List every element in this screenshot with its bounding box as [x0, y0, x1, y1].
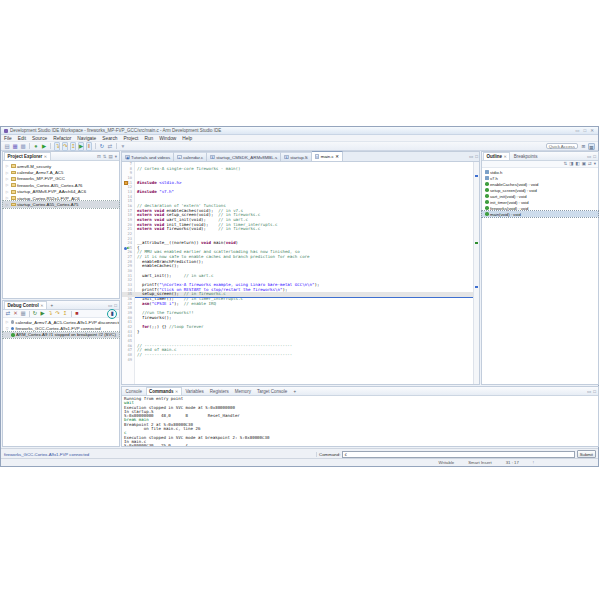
console-tab-2[interactable]: Variables — [183, 387, 206, 395]
sort-icon[interactable]: ⇅ — [563, 161, 567, 167]
save-icon[interactable]: ▦ — [12, 143, 18, 150]
save-all-icon[interactable]: ▩ — [20, 143, 26, 150]
hide-fields-icon[interactable]: ◨ — [569, 161, 573, 167]
debug-connection-row[interactable]: ARM_Cortex-A9 #1 stopped on breakpoint #… — [3, 332, 119, 338]
commands-console-output[interactable]: Running from entry pointwaitExecution st… — [122, 396, 598, 446]
console-tab-5[interactable]: Target Console — [255, 387, 290, 395]
run-icon[interactable]: ▶ — [41, 143, 47, 150]
twisty-icon[interactable]: ▷ — [5, 177, 9, 181]
editor-tab-main-c[interactable]: cmain.c✕ — [312, 151, 343, 161]
title-bar[interactable]: Development Studio IDE Workspace - firew… — [1, 127, 598, 135]
hide-non-public-icon[interactable]: ▣ — [582, 161, 586, 167]
outline-item[interactable]: main(void) : void — [482, 211, 598, 217]
close-tab-icon[interactable]: ✕ — [44, 154, 47, 159]
maximize-window-icon[interactable]: □ — [583, 128, 588, 133]
close-tab-icon[interactable]: ✕ — [504, 154, 507, 159]
outline-tab-0[interactable]: Outline✕ — [483, 152, 510, 160]
menu-window[interactable]: Window — [159, 136, 176, 141]
editor-tab-startup-cmsdk-armv8mbl-s[interactable]: Sstartup_CMSDK_ARMv8MBL.s — [207, 152, 281, 161]
step-into-icon[interactable]: ↴ — [47, 310, 53, 317]
close-window-icon[interactable]: ✕ — [589, 128, 595, 133]
maximize-pane-icon[interactable]: □ — [593, 154, 596, 159]
debug-icon[interactable]: ● — [33, 143, 39, 150]
minimize-pane-icon[interactable]: ▭ — [587, 154, 591, 159]
stop-icon[interactable]: ■ — [74, 310, 80, 317]
minimize-window-icon[interactable]: ▭ — [574, 128, 580, 133]
code-line[interactable]: 49 — [122, 358, 473, 363]
step-return-icon[interactable]: ↥ — [70, 142, 76, 151]
menu-project[interactable]: Project — [124, 136, 139, 141]
debug-control-tab-0[interactable]: Debug Control✕ — [4, 301, 47, 309]
minimize-editor-icon[interactable]: ▭ — [469, 154, 473, 159]
restart-icon[interactable]: ↻ — [32, 310, 38, 317]
console-tab-0[interactable]: Console — [123, 387, 145, 395]
editor-tab-tutorials-and-videos[interactable]: ▣Tutorials and videos — [122, 152, 174, 161]
minimize-pane-icon[interactable]: ▭ — [587, 389, 591, 394]
project-explorer-tab-0[interactable]: Project Explorer✕ — [4, 152, 51, 160]
link-with-editor-icon[interactable]: ⇄ — [588, 161, 592, 167]
resume-icon[interactable]: ▶ — [40, 310, 46, 317]
maximize-pane-icon[interactable]: □ — [593, 389, 596, 394]
view-menu-icon[interactable]: ▾ — [115, 154, 117, 159]
project-explorer-item[interactable]: ▷startup_Cortex-A55_Cortex-A75 — [3, 201, 119, 207]
view-layout-icon[interactable]: ▤ — [108, 154, 112, 159]
maximize-editor-icon[interactable]: □ — [475, 154, 478, 159]
bookmark-marker-icon[interactable] — [124, 181, 128, 185]
error-log-icon[interactable]: ! — [533, 460, 534, 465]
minimize-pane-icon[interactable]: ▭ — [108, 303, 112, 308]
link-with-editor-icon[interactable]: ⇅ — [103, 154, 107, 159]
maximize-pane-icon[interactable]: □ — [114, 303, 117, 308]
console-tab-4[interactable]: Memory — [232, 387, 253, 395]
debug-control-tab-1[interactable]: + — [48, 301, 56, 309]
menu-refactor[interactable]: Refactor — [53, 136, 71, 141]
step-over-icon[interactable]: ↷ — [62, 142, 68, 151]
view-menu-icon[interactable]: ▾ — [594, 161, 596, 167]
twisty-icon[interactable]: ▽ — [5, 327, 9, 331]
menu-help[interactable]: Help — [182, 136, 192, 141]
collapse-all-icon[interactable]: ⊟ — [97, 154, 101, 159]
close-tab-icon[interactable]: ✕ — [175, 389, 178, 394]
show-cores-icon[interactable]: ▦ — [20, 310, 26, 317]
twisty-icon[interactable]: ▷ — [5, 183, 9, 187]
command-input[interactable] — [342, 451, 574, 458]
menu-navigate[interactable]: Navigate — [77, 136, 96, 141]
step-over-icon[interactable]: ↷ — [55, 310, 61, 317]
twisty-icon[interactable]: ▷ — [5, 196, 9, 200]
open-perspective-icon[interactable]: ⊞ — [580, 143, 587, 150]
dropdown-icon[interactable]: ▾ — [120, 143, 126, 150]
interrupt-icon[interactable]: ▮ — [109, 310, 115, 317]
twisty-icon[interactable]: ▷ — [5, 171, 9, 175]
overview-mark[interactable] — [475, 286, 478, 288]
editor-tab-calendar-c[interactable]: ccalendar.c — [174, 152, 207, 161]
menu-run[interactable]: Run — [144, 136, 153, 141]
twisty-icon[interactable]: ▷ — [5, 164, 9, 168]
menu-file[interactable]: File — [4, 136, 12, 141]
connect-target-icon[interactable]: ⇄ — [107, 143, 113, 150]
console-tab-1[interactable]: Commands✕ — [146, 387, 182, 395]
resume-icon[interactable]: ▶ — [78, 142, 84, 151]
development-studio-perspective-icon[interactable]: ▦ — [588, 143, 595, 150]
step-return-icon[interactable]: ↥ — [62, 310, 68, 317]
debug-connection-row[interactable]: ▷calendar_Armv7-A_AC5-Cortex-A9x1-FVP di… — [3, 319, 119, 325]
code-editor[interactable]: 78// Cortex-A single-core fireworks - ma… — [122, 162, 473, 384]
twisty-icon[interactable]: ▷ — [5, 320, 9, 324]
new-file-icon[interactable]: ▤ — [4, 143, 10, 150]
console-tab-3[interactable]: Registers — [207, 387, 231, 395]
editor-tab-startup-s[interactable]: Sstartup.S — [281, 152, 312, 161]
connect-icon[interactable]: ⇄ — [5, 310, 11, 317]
restart-icon[interactable]: ↻ — [99, 143, 105, 150]
overview-mark[interactable] — [475, 175, 478, 177]
overview-mark[interactable] — [475, 242, 478, 244]
menu-edit[interactable]: Edit — [18, 136, 26, 141]
step-into-icon[interactable]: ↴ — [54, 142, 60, 151]
outline-tab-1[interactable]: Breakpoints — [511, 152, 540, 160]
close-tab-icon[interactable]: ✕ — [335, 154, 339, 159]
menu-search[interactable]: Search — [102, 136, 117, 141]
console-tab-6[interactable]: + — [291, 387, 299, 395]
close-tab-icon[interactable]: ✕ — [40, 303, 43, 308]
twisty-icon[interactable]: ▷ — [5, 203, 9, 207]
disconnect-icon[interactable]: ✕ — [13, 310, 19, 317]
submit-button[interactable]: Submit — [577, 450, 596, 458]
suspend-icon[interactable]: ‖ — [86, 142, 92, 151]
editor-overview-ruler[interactable] — [473, 162, 479, 384]
